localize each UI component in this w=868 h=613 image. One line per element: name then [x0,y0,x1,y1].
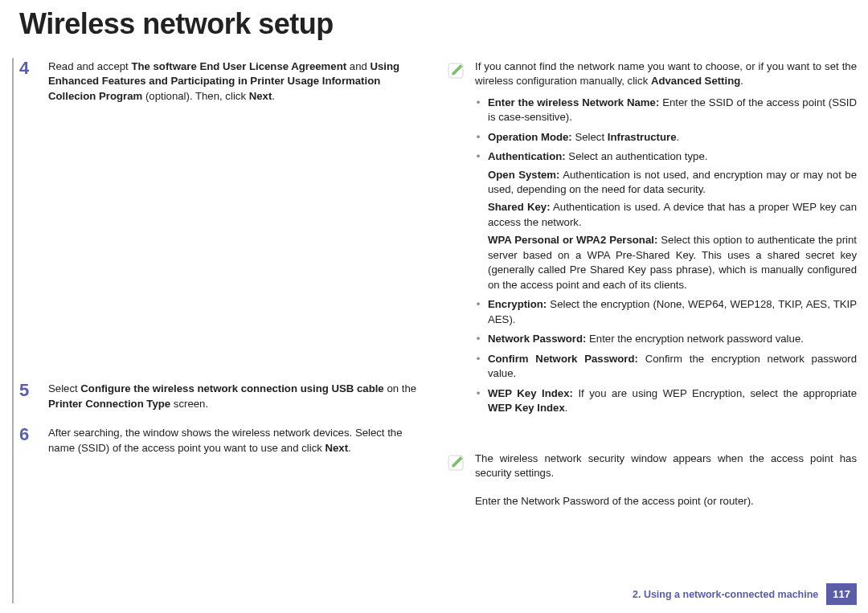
step-6: 6 After searching, the window shows the … [19,426,430,456]
note-icon [446,453,465,472]
note-intro: If you cannot find the network name you … [475,60,857,87]
manual-page: Wireless network setup 4 Read and accept… [0,0,868,613]
note-body: If you cannot find the network name you … [475,59,857,421]
bullet-text: WEP Key Index: If you are using WEP Encr… [488,386,857,416]
bullet-marker: • [475,149,481,292]
bullet-marker: • [475,386,481,416]
bullet-text: Enter the wireless Network Name: Enter t… [488,96,857,125]
step-body: Select Configure the wireless network co… [48,382,430,411]
bullet-list: •Enter the wireless Network Name: Enter … [475,96,857,416]
bullet-item: •Network Password: Enter the encryption … [475,332,857,346]
step-number: 5 [19,382,37,411]
note-advanced-setting: If you cannot find the network name you … [446,59,857,421]
page-footer: 2. Using a network-connected machine 117 [633,583,857,605]
note-intro: The wireless network security window app… [475,452,857,479]
note-security-window: The wireless network security window app… [446,452,857,481]
bullet-item: •Encryption: Select the encryption (None… [475,297,857,327]
note-icon [446,61,465,80]
page-title: Wireless network setup [0,0,868,45]
bullet-marker: • [475,297,481,327]
bullet-marker: • [475,130,481,145]
bullet-marker: • [475,352,481,382]
bullet-subparagraph: WPA Personal or WPA2 Personal: Select th… [488,233,857,292]
bullet-item: •Confirm Network Password: Confirm the e… [475,352,857,382]
bullet-text: Operation Mode: Select Infrastructure. [488,130,857,145]
bullet-text: Network Password: Enter the encryption n… [488,332,857,346]
bullet-item: •Authentication: Select an authenticatio… [475,149,857,292]
left-column: 4 Read and accept The software End User … [19,59,430,509]
step-body: Read and accept The software End User Li… [48,59,430,104]
step-body: After searching, the window shows the wi… [48,426,430,456]
left-margin-rule [12,58,14,603]
step-5: 5 Select Configure the wireless network … [19,382,430,411]
bullet-subparagraph: Shared Key: Authentication is used. A de… [488,200,857,230]
bullet-item: •WEP Key Index: If you are using WEP Enc… [475,386,857,416]
right-column: If you cannot find the network name you … [446,59,857,509]
bullet-item: •Enter the wireless Network Name: Enter … [475,96,857,125]
spacer [446,434,857,452]
step-number: 6 [19,426,37,456]
footer-chapter: 2. Using a network-connected machine [633,589,818,600]
bullet-text: Authentication: Select an authentication… [488,149,857,292]
bullet-item: •Operation Mode: Select Infrastructure. [475,130,857,145]
note-body: The wireless network security window app… [475,452,857,481]
bullet-text: Confirm Network Password: Confirm the en… [488,352,857,382]
step-number: 4 [19,59,37,104]
step-4: 4 Read and accept The software End User … [19,59,430,104]
bullet-subparagraph: Open System: Authentication is not used,… [488,168,857,198]
two-column-layout: 4 Read and accept The software End User … [0,45,868,509]
bullet-text: Encryption: Select the encryption (None,… [488,297,857,327]
screenshot-placeholder [19,118,430,382]
bullet-marker: • [475,332,481,346]
bullet-marker: • [475,96,481,125]
note-followup: Enter the Network Password of the access… [446,494,857,509]
footer-page-number: 117 [826,583,857,605]
